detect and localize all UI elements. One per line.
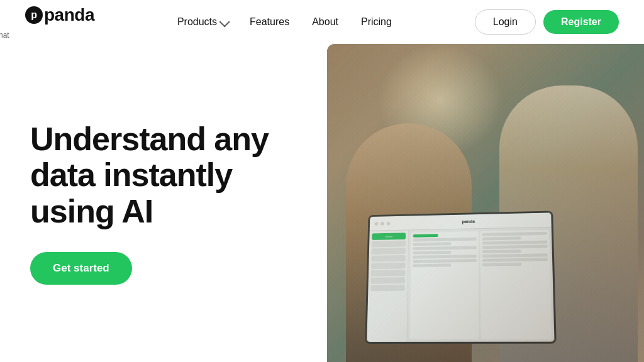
nav-products[interactable]: Products [169, 11, 236, 33]
nav-links: Products Features About Pricing [169, 11, 401, 33]
logo-p-icon: p [25, 6, 43, 24]
chevron-down-icon [219, 16, 230, 27]
get-started-button[interactable]: Get started [30, 252, 132, 285]
photo-background: panda Upload [327, 44, 644, 362]
hero-photo: panda Upload [327, 44, 644, 362]
hero-title: Understand any data instantly using AI [30, 121, 302, 229]
login-button[interactable]: Login [475, 9, 536, 35]
nav-pricing[interactable]: Pricing [352, 11, 401, 33]
logo[interactable]: ppanda chat [25, 5, 94, 39]
navbar: ppanda chat Products Features About Pric… [0, 0, 644, 44]
hero-content: Understand any data instantly using AI G… [0, 44, 327, 362]
hero-section: Understand any data instantly using AI G… [0, 44, 644, 362]
nav-about[interactable]: About [303, 11, 347, 33]
logo-subtitle: chat [0, 31, 94, 39]
photo-overlay [327, 44, 644, 362]
nav-features[interactable]: Features [241, 11, 298, 33]
hero-image: panda Upload [327, 44, 644, 362]
logo-text: ppanda [25, 5, 94, 24]
register-button[interactable]: Register [543, 10, 619, 34]
nav-actions: Login Register [475, 9, 619, 35]
